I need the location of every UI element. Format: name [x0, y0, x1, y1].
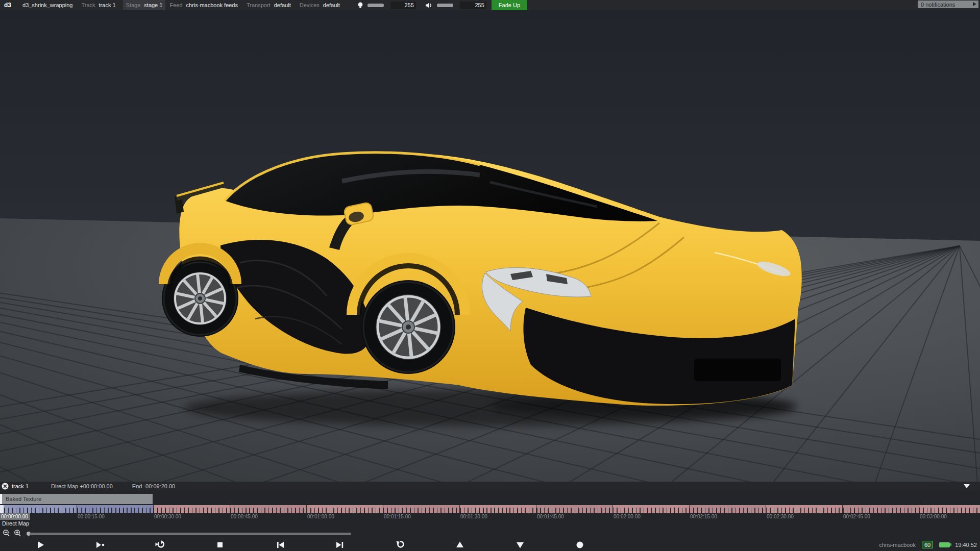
ruler-timecode-label: 00:03:00.00: [920, 513, 947, 520]
ruler-section[interactable]: [306, 505, 383, 513]
ruler-section[interactable]: [383, 505, 459, 513]
transport-stop-button[interactable]: [190, 539, 251, 551]
stage-field-value: stage 1: [144, 2, 162, 8]
timeline-panel: track 1 Direct Map +00:00:00.00 End -00:…: [0, 482, 980, 551]
layer-name: Baked Texture: [6, 496, 41, 502]
timeline-ruler-labels: 00:00:00.0000:00:15.0000:00:30.0000:00:4…: [0, 513, 980, 520]
transport-controls: [0, 539, 715, 551]
track-field-label: Track: [81, 2, 95, 8]
ruler-section[interactable]: [766, 505, 842, 513]
timeline-track-row: track 1 Direct Map +00:00:00.00 End -00:…: [0, 482, 980, 491]
transport-skip-previous-button[interactable]: [250, 539, 310, 551]
top-bar: d3 d3_shrink_wrapping Track track 1 Stag…: [0, 0, 980, 10]
notifications-expand-icon: [973, 2, 976, 6]
fps-badge: 60: [922, 541, 933, 548]
status-cluster: chris-macbook 60 19:40:52: [879, 541, 977, 548]
volume-icon: [425, 2, 433, 9]
transport-previous-track-button[interactable]: [430, 539, 491, 551]
timeline-zoom-row: [0, 530, 980, 538]
car-front-wheel: [361, 280, 455, 374]
zoom-out-icon[interactable]: [3, 530, 10, 537]
timeline-ruler[interactable]: [0, 505, 980, 513]
brightness-icon: [357, 2, 363, 9]
ruler-section[interactable]: [842, 505, 919, 513]
ruler-timecode-label: 00:01:30.00: [460, 513, 487, 520]
timeline-end-time: End -00:09:20.00: [132, 483, 175, 489]
ruler-section[interactable]: [459, 505, 536, 513]
ruler-section[interactable]: [536, 505, 612, 513]
notifications-badge[interactable]: 0 notifications: [918, 1, 978, 8]
stage-viewport[interactable]: [0, 10, 980, 482]
transport-next-track-button[interactable]: [490, 539, 550, 551]
timeline-direct-map-offset[interactable]: Direct Map +00:00:00.00: [51, 483, 113, 489]
transport-record-button[interactable]: [550, 539, 610, 551]
stage-field-label: Stage: [126, 2, 141, 8]
zoom-in-icon[interactable]: [14, 530, 21, 537]
ruler-section[interactable]: [230, 505, 306, 513]
transport-loop-section-button[interactable]: [130, 539, 190, 551]
project-name[interactable]: d3_shrink_wrapping: [22, 2, 72, 8]
fade-up-button[interactable]: Fade Up: [492, 0, 527, 10]
ruler-timecode-label: 00:00:30.00: [154, 513, 181, 520]
ruler-timecode-label: 00:01:45.00: [537, 513, 564, 520]
d3-application-window: d3 d3_shrink_wrapping Track track 1 Stag…: [0, 0, 980, 551]
next-track-icon: [514, 539, 526, 551]
volume-slider[interactable]: [437, 4, 453, 7]
ruler-timecode-label: 00:01:00.00: [307, 513, 334, 520]
ruler-section[interactable]: [153, 505, 230, 513]
play-section-icon: [94, 539, 106, 551]
transport-field-value[interactable]: default: [274, 2, 291, 8]
ruler-section[interactable]: [77, 505, 153, 513]
ruler-section[interactable]: [0, 505, 77, 513]
skip-previous-icon: [274, 539, 286, 551]
devices-field-value[interactable]: default: [323, 2, 340, 8]
ruler-section[interactable]: [689, 505, 766, 513]
battery-icon: [939, 542, 950, 547]
transport-field-label: Transport: [247, 2, 271, 8]
brightness-value[interactable]: 255: [390, 2, 416, 9]
track-field-value[interactable]: track 1: [99, 2, 116, 8]
ruler-timecode-label: 00:02:00.00: [614, 513, 641, 520]
ruler-timecode-label: 00:00:00.00: [0, 513, 30, 520]
ruler-timecode-label: 00:00:45.00: [231, 513, 258, 520]
feed-field-value[interactable]: chris-macbook feeds: [186, 2, 238, 8]
ruler-section[interactable]: [612, 505, 689, 513]
ruler-timecode-label: 00:01:15.00: [384, 513, 411, 520]
return-to-start-icon: [394, 539, 406, 551]
previous-track-icon: [454, 539, 466, 551]
timeline-track-name[interactable]: track 1: [12, 483, 29, 489]
feed-field-label: Feed: [169, 2, 182, 8]
loop-section-icon: [154, 539, 166, 551]
notifications-label: 0 notifications: [921, 2, 955, 8]
play-icon: [34, 539, 46, 551]
ruler-timecode-label: 00:02:15.00: [690, 513, 717, 520]
ruler-timecode-label: 00:02:45.00: [843, 513, 870, 520]
devices-field-label: Devices: [300, 2, 320, 8]
car-front-intake: [694, 359, 781, 381]
transport-play-button[interactable]: [10, 539, 70, 551]
skip-next-icon: [334, 539, 346, 551]
d3-logo[interactable]: d3: [4, 2, 11, 9]
hostname-label: chris-macbook: [879, 542, 916, 548]
record-icon: [574, 539, 586, 551]
ruler-section[interactable]: [919, 505, 980, 513]
ruler-timecode-label: 00:02:30.00: [767, 513, 794, 520]
stop-icon: [214, 539, 226, 551]
timeline-layer-baked-texture[interactable]: Baked Texture: [0, 494, 153, 504]
stage-field[interactable]: Stage stage 1: [123, 0, 166, 10]
brightness-slider[interactable]: [368, 4, 384, 7]
transport-return-to-start-button[interactable]: [370, 539, 430, 551]
transport-play-section-button[interactable]: [70, 539, 131, 551]
direct-map-label: Direct Map: [2, 520, 29, 527]
transport-skip-next-button[interactable]: [310, 539, 371, 551]
timeline-playhead[interactable]: [0, 505, 4, 513]
clock-label: 19:40:52: [955, 542, 977, 548]
timeline-scrollbar[interactable]: [30, 533, 351, 535]
ruler-timecode-label: 00:00:15.00: [78, 513, 105, 520]
close-track-icon[interactable]: [2, 483, 9, 490]
timeline-collapse-arrow-icon[interactable]: [964, 484, 970, 488]
volume-value[interactable]: 255: [460, 2, 486, 9]
